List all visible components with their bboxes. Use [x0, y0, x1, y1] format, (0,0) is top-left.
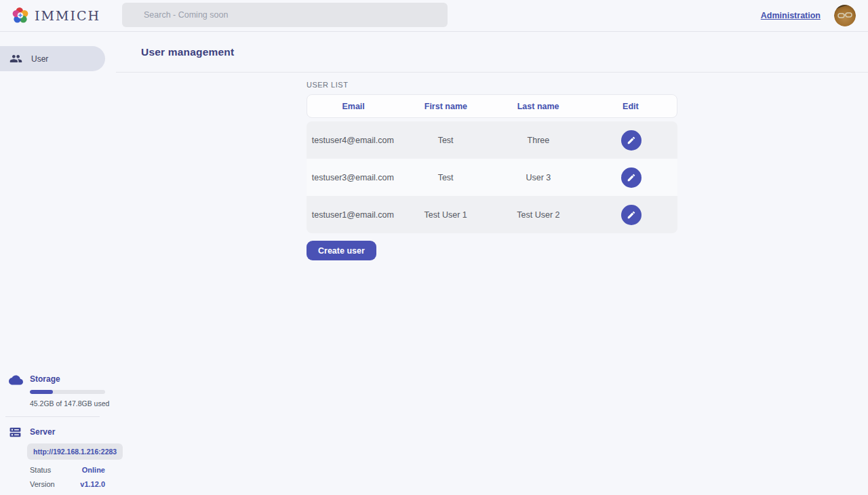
cell-first-name: Test [399, 136, 492, 145]
app-layout: User Storage 45.2GB of 147.8GB used [0, 32, 868, 495]
page-title: User management [141, 46, 234, 58]
server-status-row: Status Online [30, 466, 105, 474]
table-row: testuser1@email.comTest User 1Test User … [307, 196, 677, 233]
sidebar-divider [5, 416, 100, 417]
storage-progress-track [30, 390, 105, 394]
immich-logo-icon [12, 7, 29, 24]
table-body: testuser4@email.comTestThreetestuser3@em… [307, 121, 677, 233]
cell-last-name: User 3 [492, 173, 585, 182]
administration-link[interactable]: Administration [761, 11, 821, 20]
column-header-last-name: Last name [492, 102, 585, 111]
server-section: Server http://192.168.1.216:2283 Status … [0, 426, 105, 488]
server-icon [9, 426, 22, 441]
avatar-photo [834, 5, 856, 26]
cell-last-name: Test User 2 [492, 210, 585, 220]
main-header: User management [116, 32, 868, 73]
cell-first-name: Test [399, 173, 492, 182]
cloud-icon [9, 373, 23, 390]
column-header-edit: Edit [585, 102, 677, 111]
cell-edit [585, 167, 677, 188]
server-version-row: Version v1.12.0 [30, 480, 105, 488]
status-label: Status [30, 466, 51, 474]
storage-usage-text: 45.2GB of 147.8GB used [30, 399, 105, 408]
table-row: testuser4@email.comTestThree [307, 121, 677, 159]
server-title: Server [30, 426, 105, 437]
user-table: EmailFirst nameLast nameEdit testuser4@e… [307, 94, 677, 233]
version-label: Version [30, 480, 55, 488]
cell-first-name: Test User 1 [399, 210, 492, 220]
column-header-email: Email [307, 102, 399, 111]
table-header-row: EmailFirst nameLast nameEdit [307, 94, 677, 118]
storage-section: Storage 45.2GB of 147.8GB used [0, 373, 105, 408]
brand-name: IMMICH [35, 8, 100, 23]
version-value: v1.12.0 [80, 480, 105, 488]
pencil-icon [627, 173, 636, 182]
storage-title: Storage [30, 373, 105, 384]
content-area: USER LIST EmailFirst nameLast nameEdit t… [105, 73, 868, 260]
group-icon [9, 52, 22, 65]
topbar-right: Administration [761, 5, 856, 26]
avatar[interactable] [834, 5, 856, 26]
search-input[interactable] [122, 3, 448, 27]
brand: IMMICH [12, 7, 100, 24]
cell-email: testuser1@email.com [307, 210, 399, 220]
storage-progress-fill [30, 390, 53, 394]
pencil-icon [627, 136, 636, 145]
cell-email: testuser4@email.com [307, 136, 399, 145]
main-content: User management USER LIST EmailFirst nam… [105, 32, 868, 495]
cell-edit [585, 130, 677, 151]
sidebar-bottom: Storage 45.2GB of 147.8GB used [0, 373, 105, 488]
cell-email: testuser3@email.com [307, 173, 399, 182]
pencil-icon [627, 210, 636, 220]
sidebar-item-user[interactable]: User [0, 46, 105, 71]
section-label: USER LIST [307, 81, 868, 89]
column-header-first-name: First name [399, 102, 492, 111]
create-user-button[interactable]: Create user [307, 241, 376, 260]
sidebar: User Storage 45.2GB of 147.8GB used [0, 32, 105, 495]
status-value: Online [82, 466, 105, 474]
edit-user-button[interactable] [621, 130, 642, 151]
cell-last-name: Three [492, 136, 585, 145]
cell-edit [585, 205, 677, 225]
edit-user-button[interactable] [621, 167, 642, 188]
sidebar-item-label: User [31, 54, 48, 64]
edit-user-button[interactable] [621, 205, 642, 225]
topbar: IMMICH Administration [0, 0, 868, 32]
table-row: testuser3@email.comTestUser 3 [307, 159, 677, 196]
